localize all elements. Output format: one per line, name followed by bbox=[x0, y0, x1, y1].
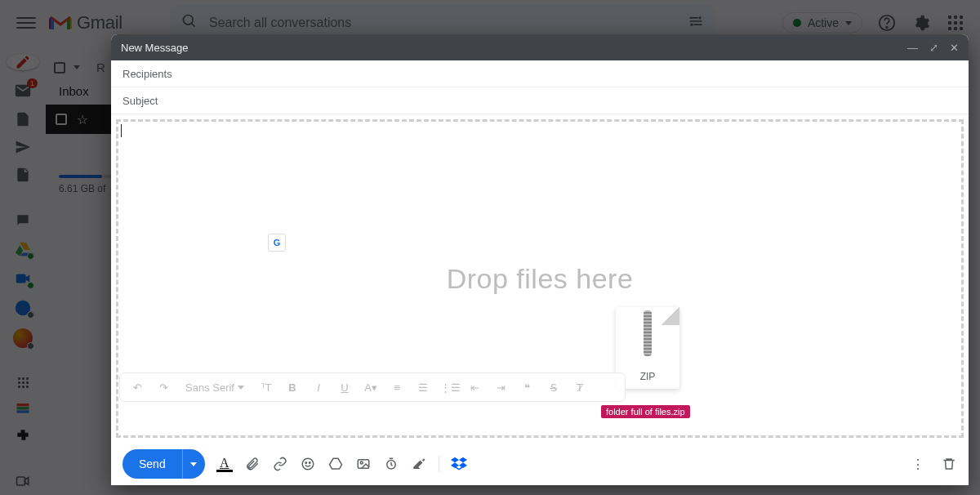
send-button-group: Send bbox=[122, 449, 205, 479]
dropbox-icon[interactable] bbox=[451, 456, 467, 472]
books-icon[interactable] bbox=[13, 399, 33, 416]
settings-gear-icon[interactable] bbox=[911, 13, 931, 33]
expand-icon[interactable]: ⤢ bbox=[929, 42, 938, 54]
clear-formatting-button[interactable]: T̷ bbox=[571, 381, 589, 394]
attach-file-icon[interactable] bbox=[244, 456, 261, 472]
svg-rect-9 bbox=[17, 407, 29, 409]
search-options-icon[interactable] bbox=[688, 13, 704, 33]
drive-active-dot bbox=[27, 252, 34, 260]
status-label: Active bbox=[808, 16, 839, 29]
select-all-dropdown[interactable] bbox=[74, 65, 80, 69]
svg-point-14 bbox=[305, 462, 307, 464]
align-button[interactable]: ≡ bbox=[388, 381, 406, 394]
dragged-file-name: folder full of files.zip bbox=[601, 405, 690, 418]
formatting-toolbar: ↶ ↷ Sans Serif ᵀT B I U A▾ ≡ ☰ ⋮☰ ⇤ ⇥ ❝ … bbox=[119, 372, 626, 402]
underline-button[interactable]: U bbox=[336, 381, 354, 394]
dropzone-text: Drop files here bbox=[447, 263, 634, 295]
meet-active-dot bbox=[27, 282, 34, 289]
svg-point-13 bbox=[302, 458, 314, 470]
svg-rect-10 bbox=[17, 410, 29, 412]
chevron-down-icon bbox=[845, 21, 852, 25]
confidential-mode-icon[interactable] bbox=[383, 456, 399, 472]
select-all-checkbox[interactable] bbox=[54, 62, 65, 74]
svg-point-0 bbox=[183, 16, 193, 25]
gmail-logo-icon bbox=[49, 14, 72, 32]
meet-icon[interactable] bbox=[13, 270, 33, 288]
contacts-status-dot bbox=[27, 311, 34, 319]
italic-button[interactable]: I bbox=[310, 381, 327, 394]
storage-text: 6.61 GB of bbox=[59, 183, 105, 194]
indent-less-button[interactable]: ⇤ bbox=[466, 381, 484, 394]
close-icon[interactable]: ✕ bbox=[950, 42, 959, 54]
svg-line-1 bbox=[191, 24, 194, 27]
svg-point-17 bbox=[360, 462, 363, 464]
redo-icon[interactable]: ↷ bbox=[154, 381, 172, 394]
star-icon[interactable]: ☆ bbox=[77, 112, 88, 127]
svg-rect-8 bbox=[17, 404, 29, 406]
status-active-dot bbox=[793, 19, 801, 27]
text-cursor bbox=[121, 124, 122, 137]
mail-icon[interactable]: 1 bbox=[13, 82, 33, 100]
status-chip[interactable]: Active bbox=[782, 12, 862, 33]
recipients-field[interactable]: Recipients bbox=[111, 60, 969, 87]
send-icon[interactable] bbox=[13, 139, 33, 155]
svg-rect-11 bbox=[17, 477, 25, 485]
left-rail: 1 bbox=[0, 46, 46, 495]
documents-icon[interactable] bbox=[13, 111, 33, 127]
avatar-status-dot bbox=[27, 342, 34, 350]
avatar-icon[interactable] bbox=[13, 328, 33, 348]
insert-link-icon[interactable] bbox=[272, 456, 288, 472]
font-selector[interactable]: Sans Serif bbox=[180, 381, 249, 394]
google-translate-icon[interactable]: G bbox=[268, 234, 286, 252]
main-menu-button[interactable] bbox=[16, 13, 36, 33]
bulleted-list-button[interactable]: ⋮☰ bbox=[440, 381, 458, 394]
gmail-logo-text: Gmail bbox=[77, 12, 122, 33]
quote-button[interactable]: ❝ bbox=[519, 381, 537, 394]
undo-icon[interactable]: ↶ bbox=[128, 381, 146, 394]
bold-button[interactable]: B bbox=[283, 381, 301, 394]
svg-point-5 bbox=[886, 27, 887, 28]
svg-point-2 bbox=[698, 16, 701, 19]
row-checkbox[interactable] bbox=[56, 114, 67, 125]
insert-photo-icon[interactable] bbox=[355, 456, 372, 472]
svg-point-3 bbox=[690, 24, 693, 26]
insert-drive-icon[interactable] bbox=[327, 456, 344, 472]
svg-rect-6 bbox=[16, 274, 26, 283]
footer-divider bbox=[439, 456, 439, 472]
inbox-badge: 1 bbox=[27, 78, 38, 88]
gmail-logo[interactable]: Gmail bbox=[49, 12, 122, 33]
numbered-list-button[interactable]: ☰ bbox=[414, 381, 432, 394]
compose-title-text: New Message bbox=[121, 42, 188, 54]
discard-draft-icon[interactable] bbox=[941, 456, 957, 472]
drive-icon[interactable] bbox=[13, 240, 33, 258]
help-icon[interactable] bbox=[877, 13, 897, 33]
strikethrough-button[interactable]: S̶ bbox=[545, 381, 563, 394]
drafts-icon[interactable] bbox=[13, 167, 33, 183]
compose-body[interactable]: Drop files here G ZIP folder full of fil… bbox=[111, 114, 969, 443]
insert-signature-icon[interactable] bbox=[411, 456, 427, 472]
compose-window: New Message — ⤢ ✕ Recipients Subject Dro… bbox=[111, 34, 969, 485]
search-icon bbox=[181, 13, 198, 33]
compose-button[interactable] bbox=[7, 54, 39, 70]
compose-footer: Send A ⋮ bbox=[111, 443, 969, 485]
formatting-toggle-icon[interactable]: A bbox=[216, 456, 233, 472]
minimize-icon[interactable]: — bbox=[907, 42, 918, 54]
send-button[interactable]: Send bbox=[122, 449, 182, 479]
send-options-button[interactable] bbox=[182, 449, 205, 479]
addon-icon[interactable] bbox=[13, 427, 33, 444]
search-input[interactable] bbox=[209, 16, 676, 30]
video-icon[interactable] bbox=[13, 473, 33, 489]
compose-titlebar[interactable]: New Message — ⤢ ✕ bbox=[111, 34, 969, 60]
font-size-icon[interactable]: ᵀT bbox=[257, 381, 275, 394]
keypad-icon[interactable] bbox=[13, 377, 33, 388]
insert-emoji-icon[interactable] bbox=[300, 456, 316, 472]
contacts-icon[interactable] bbox=[13, 299, 33, 317]
refresh-label[interactable]: R bbox=[96, 60, 105, 74]
more-options-icon[interactable]: ⋮ bbox=[910, 456, 926, 472]
text-color-button[interactable]: A▾ bbox=[362, 381, 380, 394]
subject-field[interactable]: Subject bbox=[111, 87, 969, 114]
svg-point-15 bbox=[309, 462, 310, 464]
indent-more-button[interactable]: ⇥ bbox=[492, 381, 510, 394]
google-apps-icon[interactable] bbox=[946, 13, 965, 33]
chat-icon[interactable] bbox=[13, 212, 33, 229]
